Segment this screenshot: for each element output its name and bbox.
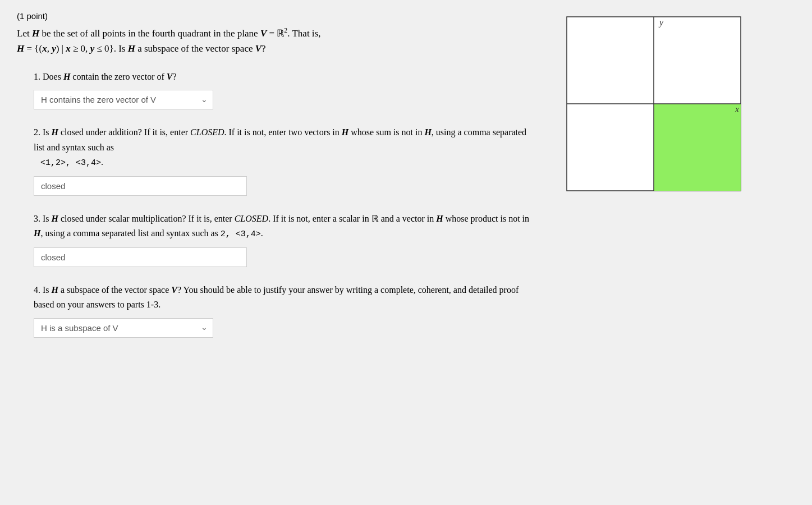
question-3-block: 3. Is H closed under scalar multiplicati… [34, 212, 533, 267]
page-container: (1 point) Let H be the set of all points… [0, 0, 812, 505]
question-1-block: 1. Does H contain the zero vector of V? … [34, 70, 533, 109]
x-axis-label: x [735, 104, 739, 114]
question-4-block: 4. Is H a subspace of the vector space V… [34, 283, 533, 338]
question-2-input[interactable] [34, 176, 247, 196]
svg-rect-1 [654, 104, 741, 191]
question-3-input[interactable] [34, 247, 247, 267]
main-content: (1 point) Let H be the set of all points… [17, 11, 533, 494]
question-3-text: 3. Is H closed under scalar multiplicati… [34, 212, 533, 242]
question-1-text: 1. Does H contain the zero vector of V? [34, 70, 533, 84]
coordinate-graph: y x [550, 11, 752, 202]
graph-container: y x [550, 11, 763, 494]
y-axis-label: y [658, 17, 664, 27]
problem-intro: Let H be the set of all points in the fo… [17, 28, 320, 39]
problem-statement: Let H be the set of all points in the fo… [17, 25, 533, 56]
problem-set: H = {(x, y) | x ≥ 0, y ≤ 0}. Is H a subs… [17, 43, 266, 54]
question-4-text: 4. Is H a subspace of the vector space V… [34, 283, 533, 313]
question-2-block: 2. Is H closed under addition? If it is,… [34, 125, 533, 196]
question-1-dropdown-wrapper[interactable]: H contains the zero vector of V H does n… [34, 90, 213, 109]
point-label: (1 point) [17, 11, 533, 21]
questions-section: 1. Does H contain the zero vector of V? … [34, 70, 533, 338]
question-2-text: 2. Is H closed under addition? If it is,… [34, 125, 533, 171]
question-1-dropdown[interactable]: H contains the zero vector of V H does n… [34, 90, 213, 109]
question-4-dropdown-wrapper[interactable]: H is a subspace of V H is not a subspace… [34, 318, 213, 338]
question-4-dropdown[interactable]: H is a subspace of V H is not a subspace… [34, 318, 213, 338]
